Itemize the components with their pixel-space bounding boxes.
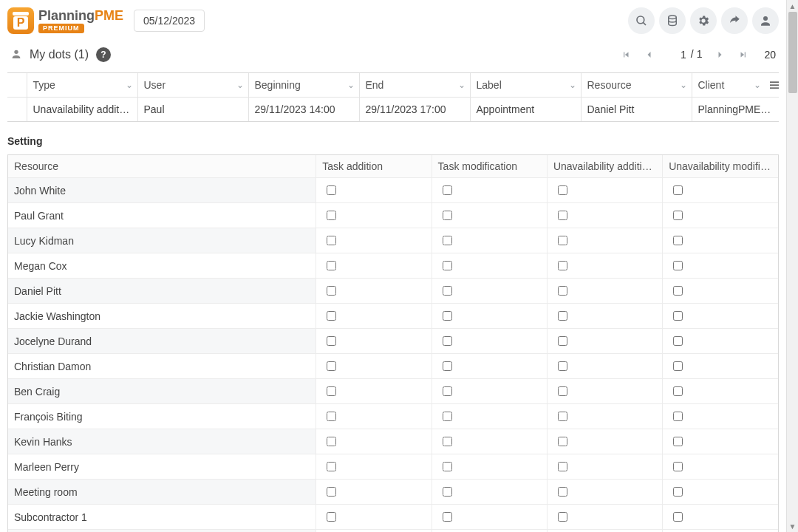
col-type[interactable]: Type⌄ [27,73,137,98]
checkbox-unavailability-modification[interactable] [673,261,683,270]
checkbox-task-modification[interactable] [443,311,452,321]
pager-first-button[interactable] [615,44,636,65]
col-task-addition[interactable]: Task addition [316,155,432,178]
checkbox-unavailability-modification[interactable] [673,487,683,497]
checkbox-unavailability-modification[interactable] [673,386,683,396]
checkbox-task-modification[interactable] [443,211,452,220]
checkbox-unavailability-modification[interactable] [673,236,683,245]
checkbox-task-modification[interactable] [443,361,452,371]
settings-row: Lucy Kidman [8,228,778,253]
checkbox-task-modification[interactable] [443,462,452,471]
checkbox-task-addition[interactable] [327,211,336,220]
col-unavailability-modification[interactable]: Unavailability modific… [663,155,778,178]
checkbox-task-addition[interactable] [327,185,336,195]
checkbox-task-addition[interactable] [327,261,336,270]
date-picker[interactable]: 05/12/2023 [134,10,205,32]
resource-name: Subcontractor 1 [8,505,316,530]
help-button[interactable]: ? [96,47,111,62]
share-button[interactable] [721,7,748,34]
checkbox-unavailability-modification[interactable] [673,437,683,446]
data-button[interactable] [659,7,686,34]
checkbox-unavailability-modification[interactable] [673,412,683,421]
checkbox-unavailability-addition[interactable] [558,487,567,497]
scroll-thumb[interactable] [788,12,797,93]
search-button[interactable] [628,7,655,34]
checkbox-task-modification[interactable] [443,261,452,270]
col-user-label: User [144,79,166,91]
checkbox-unavailability-addition[interactable] [558,311,567,321]
checkbox-task-addition[interactable] [327,361,336,371]
checkbox-task-modification[interactable] [443,185,452,195]
checkbox-task-addition[interactable] [327,412,336,421]
checkbox-unavailability-modification[interactable] [673,361,683,371]
checkbox-unavailability-addition[interactable] [558,236,567,245]
checkbox-unavailability-addition[interactable] [558,361,567,371]
brand-badge: PREMIUM [38,24,84,33]
checkbox-task-modification[interactable] [443,412,452,421]
checkbox-unavailability-addition[interactable] [558,386,567,396]
row-expander[interactable] [7,98,27,122]
checkbox-unavailability-modification[interactable] [673,286,683,296]
settings-row: Subcontractor 2 [8,530,778,533]
checkbox-task-addition[interactable] [327,437,336,446]
resource-name: Christian Damon [8,354,316,379]
pager-last-button[interactable] [733,44,754,65]
checkbox-task-addition[interactable] [327,236,336,245]
col-user[interactable]: User⌄ [137,73,248,98]
checkbox-unavailability-modification[interactable] [673,512,683,522]
page-current-input[interactable] [667,48,688,61]
checkbox-unavailability-addition[interactable] [558,437,567,446]
cell-task-modification [432,228,547,253]
checkbox-unavailability-modification[interactable] [673,462,683,471]
checkbox-unavailability-modification[interactable] [673,336,683,346]
col-label[interactable]: Label⌄ [470,73,581,98]
checkbox-task-modification[interactable] [443,336,452,346]
event-row[interactable]: Unavailability addition Paul 29/11/2023 … [7,98,779,122]
checkbox-unavailability-addition[interactable] [558,512,567,522]
checkbox-unavailability-addition[interactable] [558,412,567,421]
settings-button[interactable] [690,7,717,34]
user-button[interactable] [752,7,779,34]
app-logo[interactable]: PlanningPME PREMIUM [7,7,123,34]
checkbox-task-modification[interactable] [443,437,452,446]
col-resource[interactable]: Resource [8,155,316,178]
checkbox-task-modification[interactable] [443,487,452,497]
checkbox-task-addition[interactable] [327,487,336,497]
cell-task-modification [432,379,547,404]
checkbox-unavailability-addition[interactable] [558,261,567,270]
checkbox-task-addition[interactable] [327,311,336,321]
checkbox-task-addition[interactable] [327,386,336,396]
checkbox-unavailability-addition[interactable] [558,336,567,346]
settings-row: Marleen Perry [8,454,778,480]
cell-unavailability-addition [547,203,662,228]
checkbox-task-addition[interactable] [327,462,336,471]
scroll-down-icon: ▼ [787,520,798,532]
col-unavailability-addition[interactable]: Unavailability additio… [547,155,662,178]
checkbox-task-addition[interactable] [327,512,336,522]
page-scrollbar[interactable]: ▲ ▼ [786,0,798,532]
chevron-down-icon: ⌄ [347,80,355,90]
checkbox-task-addition[interactable] [327,286,336,296]
checkbox-task-addition[interactable] [327,336,336,346]
checkbox-unavailability-addition[interactable] [558,211,567,220]
checkbox-unavailability-modification[interactable] [673,185,683,195]
checkbox-task-modification[interactable] [443,236,452,245]
pager-next-button[interactable] [709,44,730,65]
checkbox-unavailability-addition[interactable] [558,286,567,296]
columns-menu-button[interactable] [768,79,779,93]
col-end[interactable]: End⌄ [359,73,470,98]
checkbox-unavailability-addition[interactable] [558,462,567,471]
checkbox-unavailability-addition[interactable] [558,185,567,195]
checkbox-task-modification[interactable] [443,286,452,296]
checkbox-task-modification[interactable] [443,512,452,522]
col-client[interactable]: Client ⌄ [692,73,779,98]
col-beginning[interactable]: Beginning⌄ [248,73,359,98]
chevron-down-icon: ⌄ [236,80,244,90]
col-task-modification[interactable]: Task modification [432,155,547,178]
pager-prev-button[interactable] [639,44,660,65]
checkbox-unavailability-modification[interactable] [673,211,683,220]
checkbox-task-modification[interactable] [443,386,452,396]
col-end-label: End [366,79,384,91]
col-resource[interactable]: Resource⌄ [581,73,692,98]
checkbox-unavailability-modification[interactable] [673,311,683,321]
